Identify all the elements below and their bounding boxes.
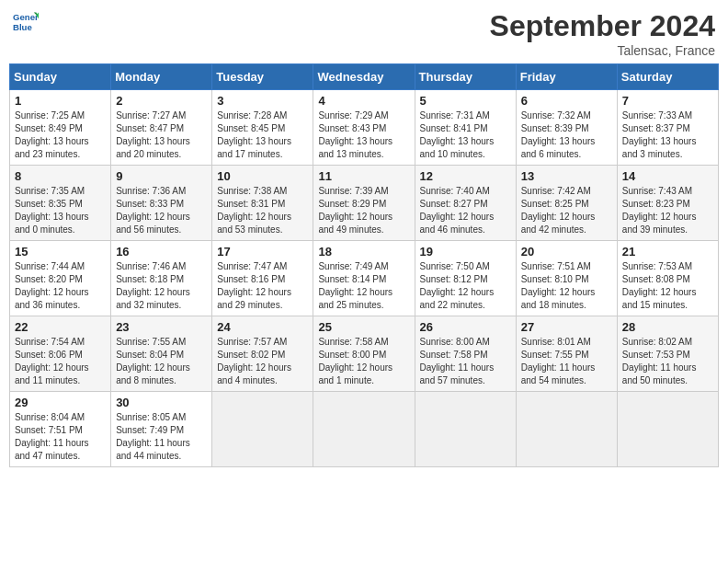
- day-number: 10: [217, 169, 308, 183]
- day-number: 21: [622, 245, 713, 259]
- calendar-day-cell: 5Sunrise: 7:31 AM Sunset: 8:41 PM Daylig…: [415, 90, 516, 166]
- day-info: Sunrise: 8:04 AM Sunset: 7:51 PM Dayligh…: [15, 411, 106, 463]
- calendar-day-cell: 16Sunrise: 7:46 AM Sunset: 8:18 PM Dayli…: [111, 241, 212, 316]
- day-number: 4: [318, 94, 409, 108]
- calendar-day-cell: 8Sunrise: 7:35 AM Sunset: 8:35 PM Daylig…: [10, 166, 111, 241]
- calendar-day-cell: 9Sunrise: 7:36 AM Sunset: 8:33 PM Daylig…: [111, 166, 212, 241]
- calendar-week-row: 29Sunrise: 8:04 AM Sunset: 7:51 PM Dayli…: [10, 392, 719, 467]
- calendar-day-cell: [516, 392, 617, 467]
- day-number: 6: [521, 94, 612, 108]
- calendar-day-cell: 19Sunrise: 7:50 AM Sunset: 8:12 PM Dayli…: [415, 241, 516, 316]
- day-number: 19: [420, 245, 511, 259]
- calendar-day-cell: 3Sunrise: 7:28 AM Sunset: 8:45 PM Daylig…: [212, 90, 313, 166]
- day-info: Sunrise: 7:53 AM Sunset: 8:08 PM Dayligh…: [622, 260, 713, 312]
- day-info: Sunrise: 7:29 AM Sunset: 8:43 PM Dayligh…: [318, 109, 409, 161]
- calendar-day-cell: [617, 392, 718, 467]
- day-info: Sunrise: 7:31 AM Sunset: 8:41 PM Dayligh…: [420, 109, 511, 161]
- calendar-day-header: Saturday: [617, 64, 718, 90]
- calendar-day-cell: 26Sunrise: 8:00 AM Sunset: 7:58 PM Dayli…: [415, 316, 516, 392]
- day-info: Sunrise: 7:57 AM Sunset: 8:02 PM Dayligh…: [217, 336, 308, 387]
- day-number: 9: [116, 169, 207, 183]
- day-info: Sunrise: 8:02 AM Sunset: 7:53 PM Dayligh…: [622, 336, 713, 387]
- calendar-day-cell: [415, 392, 516, 467]
- calendar-day-cell: 28Sunrise: 8:02 AM Sunset: 7:53 PM Dayli…: [617, 316, 718, 392]
- calendar-header-row: SundayMondayTuesdayWednesdayThursdayFrid…: [10, 64, 719, 90]
- calendar-day-cell: 13Sunrise: 7:42 AM Sunset: 8:25 PM Dayli…: [516, 166, 617, 241]
- calendar-day-cell: 12Sunrise: 7:40 AM Sunset: 8:27 PM Dayli…: [415, 166, 516, 241]
- day-number: 8: [15, 169, 106, 183]
- day-number: 13: [521, 169, 612, 183]
- day-info: Sunrise: 7:27 AM Sunset: 8:47 PM Dayligh…: [116, 109, 207, 161]
- location: Talensac, France: [490, 43, 715, 58]
- day-info: Sunrise: 7:46 AM Sunset: 8:18 PM Dayligh…: [116, 260, 207, 312]
- day-info: Sunrise: 7:40 AM Sunset: 8:27 PM Dayligh…: [420, 185, 511, 236]
- day-number: 3: [217, 94, 308, 108]
- calendar-day-cell: 21Sunrise: 7:53 AM Sunset: 8:08 PM Dayli…: [617, 241, 718, 316]
- calendar-day-cell: 23Sunrise: 7:55 AM Sunset: 8:04 PM Dayli…: [111, 316, 212, 392]
- day-info: Sunrise: 7:47 AM Sunset: 8:16 PM Dayligh…: [217, 260, 308, 312]
- calendar-day-cell: 29Sunrise: 8:04 AM Sunset: 7:51 PM Dayli…: [10, 392, 111, 467]
- day-info: Sunrise: 8:01 AM Sunset: 7:55 PM Dayligh…: [521, 336, 612, 387]
- day-number: 26: [420, 320, 511, 334]
- calendar-day-header: Monday: [111, 64, 212, 90]
- day-info: Sunrise: 7:54 AM Sunset: 8:06 PM Dayligh…: [15, 336, 106, 387]
- calendar-day-cell: 1Sunrise: 7:25 AM Sunset: 8:49 PM Daylig…: [10, 90, 111, 166]
- day-number: 25: [318, 320, 409, 334]
- day-info: Sunrise: 7:35 AM Sunset: 8:35 PM Dayligh…: [15, 185, 106, 236]
- day-info: Sunrise: 7:25 AM Sunset: 8:49 PM Dayligh…: [15, 109, 106, 161]
- day-number: 17: [217, 245, 308, 259]
- calendar-day-cell: 24Sunrise: 7:57 AM Sunset: 8:02 PM Dayli…: [212, 316, 313, 392]
- day-info: Sunrise: 7:51 AM Sunset: 8:10 PM Dayligh…: [521, 260, 612, 312]
- calendar-day-cell: 30Sunrise: 8:05 AM Sunset: 7:49 PM Dayli…: [111, 392, 212, 467]
- day-number: 12: [420, 169, 511, 183]
- calendar-day-cell: 17Sunrise: 7:47 AM Sunset: 8:16 PM Dayli…: [212, 241, 313, 316]
- month-title: September 2024: [490, 9, 715, 43]
- calendar-day-cell: [313, 392, 415, 467]
- calendar-week-row: 1Sunrise: 7:25 AM Sunset: 8:49 PM Daylig…: [10, 90, 719, 166]
- day-number: 23: [116, 320, 207, 334]
- calendar-day-header: Thursday: [415, 64, 516, 90]
- day-info: Sunrise: 7:58 AM Sunset: 8:00 PM Dayligh…: [318, 336, 409, 387]
- day-number: 2: [116, 94, 207, 108]
- svg-text:General: General: [13, 12, 39, 22]
- day-info: Sunrise: 7:49 AM Sunset: 8:14 PM Dayligh…: [318, 260, 409, 312]
- day-number: 1: [15, 94, 106, 108]
- calendar-day-cell: 2Sunrise: 7:27 AM Sunset: 8:47 PM Daylig…: [111, 90, 212, 166]
- calendar-day-cell: 14Sunrise: 7:43 AM Sunset: 8:23 PM Dayli…: [617, 166, 718, 241]
- day-info: Sunrise: 7:55 AM Sunset: 8:04 PM Dayligh…: [116, 336, 207, 387]
- day-info: Sunrise: 7:39 AM Sunset: 8:29 PM Dayligh…: [318, 185, 409, 236]
- svg-text:Blue: Blue: [13, 22, 32, 32]
- day-info: Sunrise: 7:28 AM Sunset: 8:45 PM Dayligh…: [217, 109, 308, 161]
- calendar-week-row: 15Sunrise: 7:44 AM Sunset: 8:20 PM Dayli…: [10, 241, 719, 316]
- day-number: 15: [15, 245, 106, 259]
- calendar-day-cell: 10Sunrise: 7:38 AM Sunset: 8:31 PM Dayli…: [212, 166, 313, 241]
- calendar-day-cell: 6Sunrise: 7:32 AM Sunset: 8:39 PM Daylig…: [516, 90, 617, 166]
- calendar-day-cell: 11Sunrise: 7:39 AM Sunset: 8:29 PM Dayli…: [313, 166, 415, 241]
- page-header: General Blue September 2024 Talensac, Fr…: [9, 9, 719, 58]
- day-number: 27: [521, 320, 612, 334]
- day-number: 22: [15, 320, 106, 334]
- calendar-day-cell: 27Sunrise: 8:01 AM Sunset: 7:55 PM Dayli…: [516, 316, 617, 392]
- day-number: 29: [15, 396, 106, 409]
- day-info: Sunrise: 8:00 AM Sunset: 7:58 PM Dayligh…: [420, 336, 511, 387]
- day-number: 14: [622, 169, 713, 183]
- day-info: Sunrise: 7:32 AM Sunset: 8:39 PM Dayligh…: [521, 109, 612, 161]
- logo-icon: General Blue: [13, 9, 39, 35]
- calendar-table: SundayMondayTuesdayWednesdayThursdayFrid…: [9, 63, 719, 467]
- day-info: Sunrise: 8:05 AM Sunset: 7:49 PM Dayligh…: [116, 411, 207, 463]
- day-info: Sunrise: 7:50 AM Sunset: 8:12 PM Dayligh…: [420, 260, 511, 312]
- day-info: Sunrise: 7:42 AM Sunset: 8:25 PM Dayligh…: [521, 185, 612, 236]
- day-info: Sunrise: 7:36 AM Sunset: 8:33 PM Dayligh…: [116, 185, 207, 236]
- calendar-day-header: Tuesday: [212, 64, 313, 90]
- day-info: Sunrise: 7:33 AM Sunset: 8:37 PM Dayligh…: [622, 109, 713, 161]
- day-number: 24: [217, 320, 308, 334]
- day-number: 5: [420, 94, 511, 108]
- calendar-day-cell: 20Sunrise: 7:51 AM Sunset: 8:10 PM Dayli…: [516, 241, 617, 316]
- calendar-day-header: Wednesday: [313, 64, 415, 90]
- calendar-day-cell: 18Sunrise: 7:49 AM Sunset: 8:14 PM Dayli…: [313, 241, 415, 316]
- day-number: 11: [318, 169, 409, 183]
- day-number: 30: [116, 396, 207, 409]
- calendar-week-row: 8Sunrise: 7:35 AM Sunset: 8:35 PM Daylig…: [10, 166, 719, 241]
- calendar-day-header: Sunday: [10, 64, 111, 90]
- day-number: 18: [318, 245, 409, 259]
